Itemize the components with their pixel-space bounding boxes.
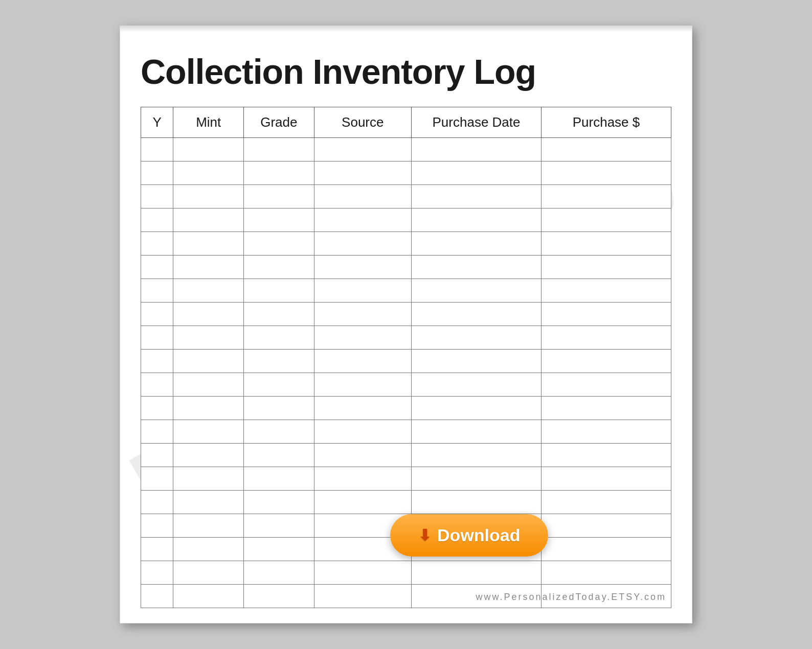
download-label: Download <box>437 525 520 545</box>
table-header-row: Y Mint Grade Source Purchase Date Purcha… <box>141 107 671 138</box>
table-cell <box>412 161 542 185</box>
table-cell <box>141 420 173 444</box>
table-row <box>141 138 671 161</box>
download-icon: ⬇ <box>418 526 431 544</box>
table-row <box>141 161 671 185</box>
table-cell <box>141 514 173 538</box>
table-cell <box>244 585 314 608</box>
top-shadow <box>120 26 692 32</box>
table-row <box>141 256 671 279</box>
table-cell <box>412 185 542 208</box>
table-cell <box>141 491 173 514</box>
table-cell <box>412 208 542 232</box>
table-cell <box>314 373 411 397</box>
table-row <box>141 279 671 303</box>
table-cell <box>141 373 173 397</box>
table-cell <box>141 138 173 161</box>
table-cell <box>244 303 314 326</box>
table-cell <box>141 397 173 420</box>
table-cell <box>542 397 671 420</box>
table-cell <box>314 232 411 256</box>
col-header-purchase-price: Purchase $ <box>542 107 671 138</box>
table-cell <box>244 538 314 561</box>
table-cell <box>412 397 542 420</box>
table-cell <box>314 491 411 514</box>
table-cell <box>244 326 314 350</box>
table-cell <box>173 256 244 279</box>
table-cell <box>542 514 671 538</box>
table-cell <box>244 185 314 208</box>
table-cell <box>244 514 314 538</box>
table-cell <box>173 514 244 538</box>
table-cell <box>542 350 671 373</box>
table-row <box>141 232 671 256</box>
table-cell <box>314 397 411 420</box>
table-cell <box>141 326 173 350</box>
download-button[interactable]: ⬇ Download <box>390 514 548 557</box>
table-cell <box>173 585 244 608</box>
table-cell <box>244 397 314 420</box>
table-row <box>141 326 671 350</box>
table-cell <box>173 185 244 208</box>
table-row <box>141 491 671 514</box>
table-cell <box>173 397 244 420</box>
table-row <box>141 373 671 397</box>
table-cell <box>141 161 173 185</box>
table-row <box>141 561 671 585</box>
table-cell <box>244 279 314 303</box>
page-title: Collection Inventory Log <box>141 52 671 91</box>
table-cell <box>542 538 671 561</box>
table-cell <box>412 350 542 373</box>
table-row <box>141 397 671 420</box>
download-button-wrapper: ⬇ Download <box>390 514 548 557</box>
table-cell <box>141 185 173 208</box>
table-cell <box>244 232 314 256</box>
table-cell <box>141 444 173 467</box>
table-cell <box>244 420 314 444</box>
table-cell <box>244 138 314 161</box>
table-cell <box>314 561 411 585</box>
table-row <box>141 208 671 232</box>
table-cell <box>173 538 244 561</box>
table-cell <box>244 561 314 585</box>
website-url: www.PersonalizedToday.ETSY.com <box>476 592 666 602</box>
table-row <box>141 420 671 444</box>
table-cell <box>141 585 173 608</box>
table-cell <box>542 326 671 350</box>
table-cell <box>173 561 244 585</box>
table-cell <box>173 303 244 326</box>
table-cell <box>173 208 244 232</box>
col-header-purchase-date: Purchase Date <box>412 107 542 138</box>
table-row <box>141 350 671 373</box>
table-cell <box>314 467 411 491</box>
table-cell <box>314 303 411 326</box>
table-cell <box>412 561 542 585</box>
col-header-mint: Mint <box>173 107 244 138</box>
table-row <box>141 185 671 208</box>
table-cell <box>542 279 671 303</box>
table-cell <box>244 373 314 397</box>
table-cell <box>412 373 542 397</box>
table-cell <box>412 279 542 303</box>
table-cell <box>542 161 671 185</box>
table-cell <box>412 467 542 491</box>
table-cell <box>542 420 671 444</box>
table-row <box>141 444 671 467</box>
table-cell <box>173 373 244 397</box>
table-cell <box>244 350 314 373</box>
table-cell <box>314 161 411 185</box>
table-cell <box>314 185 411 208</box>
table-cell <box>173 350 244 373</box>
table-cell <box>173 279 244 303</box>
table-cell <box>314 444 411 467</box>
table-cell <box>173 444 244 467</box>
table-cell <box>314 585 411 608</box>
table-cell <box>314 420 411 444</box>
table-row <box>141 303 671 326</box>
col-header-grade: Grade <box>244 107 314 138</box>
table-cell <box>412 420 542 444</box>
table-cell <box>542 303 671 326</box>
col-header-y: Y <box>141 107 173 138</box>
table-cell <box>173 232 244 256</box>
table-cell <box>173 420 244 444</box>
